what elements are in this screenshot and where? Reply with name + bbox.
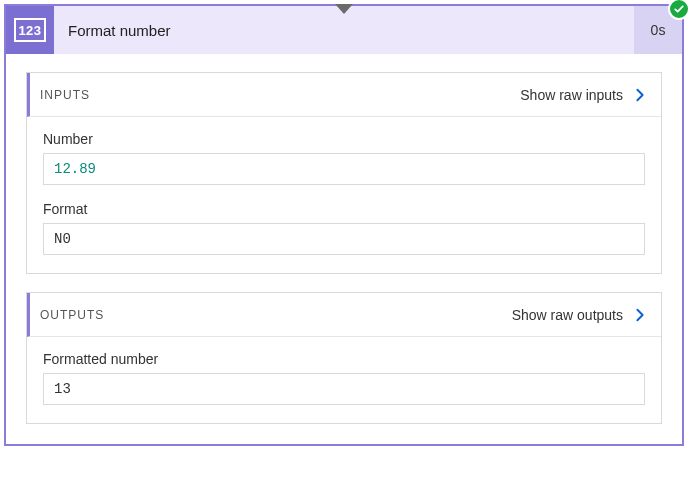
outputs-header: OUTPUTS Show raw outputs [27, 293, 661, 337]
success-badge-icon [668, 0, 688, 20]
number-field-label: Number [43, 131, 645, 147]
format-field-value: N0 [43, 223, 645, 255]
show-raw-outputs-label: Show raw outputs [512, 307, 623, 323]
show-raw-inputs-label: Show raw inputs [520, 87, 623, 103]
number-field: Number 12.89 [43, 131, 645, 185]
number-field-value: 12.89 [43, 153, 645, 185]
inputs-body: Number 12.89 Format N0 [27, 117, 661, 273]
format-field-label: Format [43, 201, 645, 217]
chevron-right-icon [633, 88, 647, 102]
show-raw-inputs-button[interactable]: Show raw inputs [520, 87, 647, 103]
outputs-body: Formatted number 13 [27, 337, 661, 423]
inputs-header: INPUTS Show raw inputs [27, 73, 661, 117]
action-icon: 123 [6, 6, 54, 54]
chevron-right-icon [633, 308, 647, 322]
flow-arrow-icon [335, 4, 353, 14]
formatted-number-field: Formatted number 13 [43, 351, 645, 405]
formatted-number-field-value: 13 [43, 373, 645, 405]
inputs-label: INPUTS [40, 88, 90, 102]
inputs-section: INPUTS Show raw inputs Number 12.89 Form… [26, 72, 662, 274]
outputs-label: OUTPUTS [40, 308, 104, 322]
card-body: INPUTS Show raw inputs Number 12.89 Form… [6, 54, 682, 444]
outputs-section: OUTPUTS Show raw outputs Formatted numbe… [26, 292, 662, 424]
action-icon-text: 123 [14, 18, 46, 42]
format-field: Format N0 [43, 201, 645, 255]
action-card: 123 Format number 0s INPUTS Show raw inp… [4, 4, 684, 446]
formatted-number-field-label: Formatted number [43, 351, 645, 367]
show-raw-outputs-button[interactable]: Show raw outputs [512, 307, 647, 323]
